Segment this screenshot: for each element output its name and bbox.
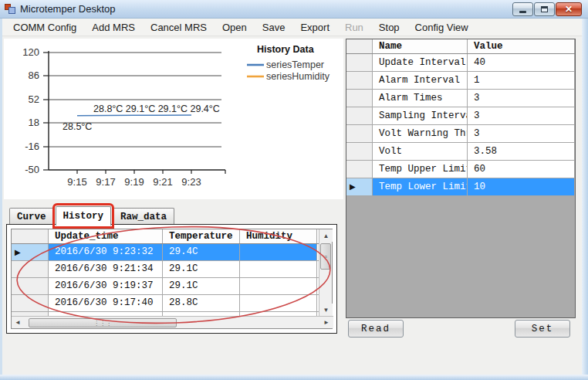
cell-humidity[interactable]	[240, 244, 317, 260]
cell-property-name[interactable]: Temp Upper Limit	[373, 161, 468, 178]
column-header-name[interactable]: Name	[373, 39, 468, 53]
cell-humidity[interactable]	[240, 278, 317, 294]
cell-property-value[interactable]: 60	[468, 161, 575, 178]
column-header-value[interactable]: Value	[468, 39, 575, 53]
y-tick-label: 86	[12, 70, 39, 81]
property-row-temp-lower-limit[interactable]: ▶Temp Lower Limit10	[346, 178, 575, 196]
cell-property-value[interactable]: 10	[468, 178, 575, 195]
read-button[interactable]: Read	[348, 320, 404, 338]
cell-temperature[interactable]: 28.8C	[163, 295, 240, 311]
series-temper-line	[77, 115, 191, 116]
x-tick-label: 9:17	[90, 176, 121, 188]
row-header[interactable]	[346, 107, 373, 124]
horizontal-scrollbar[interactable]: ◄ ⋮⋮⋮ ►	[12, 316, 333, 328]
scroll-up-icon[interactable]: ▲	[319, 229, 333, 242]
set-button[interactable]: Set	[515, 320, 570, 338]
menu-item-stop[interactable]: Stop	[371, 19, 407, 36]
row-header[interactable]	[346, 54, 373, 71]
legend-label-temper: seriesTemper	[266, 59, 324, 70]
row-header[interactable]	[346, 143, 373, 160]
selected-row-arrow-icon: ▶	[350, 183, 356, 191]
cell-property-name[interactable]: Alarm Times	[373, 90, 468, 107]
menu-item-config-view[interactable]: Config View	[407, 19, 476, 36]
tab-raw-data[interactable]: Raw_data	[113, 208, 174, 226]
scroll-down-icon[interactable]: ▼	[319, 304, 333, 316]
vertical-scrollbar[interactable]: ▲ ≡ ▼	[319, 229, 332, 316]
legend-label-humidity: seriesHumidity	[266, 71, 329, 82]
close-button[interactable]: ✕	[556, 2, 582, 16]
tab-history[interactable]: History	[56, 206, 112, 226]
point-label-first: 28.5°C	[63, 121, 92, 132]
close-icon: ✕	[565, 5, 573, 14]
row-header[interactable]	[12, 278, 49, 294]
property-row-volt-warning-thr[interactable]: Volt Warning Thr...3	[346, 125, 575, 143]
cell-property-name[interactable]: Volt	[373, 143, 468, 160]
cell-property-value[interactable]: 1	[468, 72, 575, 89]
cell-property-value[interactable]: 3	[468, 125, 575, 142]
cell-humidity[interactable]	[240, 261, 317, 277]
cell-property-name[interactable]: Alarm Interval	[373, 72, 468, 89]
maximize-icon	[541, 6, 548, 12]
row-header[interactable]	[346, 161, 373, 178]
scroll-left-icon[interactable]: ◄	[12, 317, 24, 328]
column-header-temperature[interactable]: Temperature	[163, 229, 240, 243]
window-border-left	[0, 19, 2, 375]
menu-item-cancel-mrs[interactable]: Cancel MRS	[143, 19, 215, 36]
column-header-update-time[interactable]: Update_time	[49, 229, 163, 243]
cell-temperature[interactable]: 29.1C	[163, 261, 240, 277]
horizontal-scroll-thumb[interactable]: ⋮⋮⋮	[29, 318, 177, 327]
cell-update-time[interactable]: 2016/6/30 9:17:40	[49, 295, 163, 311]
menu-item-add-mrs[interactable]: Add MRS	[84, 19, 143, 36]
property-row-sampling-interval[interactable]: Sampling Interval3	[346, 107, 575, 125]
row-header[interactable]	[346, 125, 373, 142]
grid-corner-cell[interactable]	[12, 229, 49, 243]
window-controls: ✕	[512, 2, 582, 16]
tab-curve[interactable]: Curve	[9, 208, 54, 226]
row-header[interactable]: ▶	[12, 244, 49, 260]
row-header[interactable]: ▶	[346, 178, 373, 195]
table-row[interactable]: ▶2016/6/30 9:23:3229.4C	[12, 244, 319, 261]
property-row-alarm-interval[interactable]: Alarm Interval1	[346, 72, 575, 90]
row-header[interactable]	[12, 295, 49, 311]
column-header-humidity[interactable]: Humidity	[240, 229, 317, 243]
x-tick-label: 9:15	[62, 176, 93, 188]
property-row-volt[interactable]: Volt3.58	[346, 143, 575, 161]
table-row[interactable]: 2016/6/30 9:19:3729.1C	[12, 278, 319, 295]
window-border-right	[582, 19, 588, 375]
cell-humidity[interactable]	[240, 295, 317, 311]
x-tick-label: 9:19	[119, 176, 150, 188]
cell-property-value[interactable]: 3	[468, 90, 575, 107]
cell-update-time[interactable]: 2016/6/30 9:19:37	[49, 278, 163, 294]
cell-property-name[interactable]: Volt Warning Thr...	[373, 125, 468, 142]
maximize-button[interactable]	[534, 2, 555, 16]
legend-title: History Data	[257, 44, 314, 55]
menu-item-save[interactable]: Save	[255, 19, 293, 36]
table-row[interactable]: 2016/6/30 9:21:3429.1C	[12, 261, 319, 278]
menu-item-export[interactable]: Export	[292, 19, 337, 36]
y-tick-label: -50	[12, 164, 39, 175]
row-header[interactable]	[346, 90, 373, 107]
table-row[interactable]: 2016/6/30 9:17:4028.8C	[12, 295, 319, 312]
cell-update-time[interactable]: 2016/6/30 9:23:32	[49, 244, 163, 260]
cell-property-name[interactable]: Temp Lower Limit	[373, 178, 468, 195]
cell-property-name[interactable]: Update Interval	[373, 54, 468, 71]
row-header[interactable]	[346, 72, 373, 89]
cell-temperature[interactable]: 29.4C	[163, 244, 240, 260]
chart-panel: 120865218-16-50 9:159:179:199:219:23 28.…	[4, 39, 343, 199]
property-row-alarm-times[interactable]: Alarm Times3	[346, 90, 575, 107]
cell-property-name[interactable]: Sampling Interval	[373, 107, 468, 124]
cell-temperature[interactable]: 29.1C	[163, 278, 240, 294]
cell-update-time[interactable]: 2016/6/30 9:21:34	[49, 261, 163, 277]
cell-property-value[interactable]: 40	[468, 54, 575, 71]
scroll-right-icon[interactable]: ►	[320, 317, 333, 328]
cell-property-value[interactable]: 3	[468, 107, 575, 124]
menu-item-comm-config[interactable]: COMM Config	[5, 19, 84, 36]
row-header[interactable]	[12, 261, 49, 277]
vertical-scroll-thumb[interactable]: ≡	[320, 243, 331, 270]
minimize-button[interactable]	[512, 2, 533, 16]
menu-item-open[interactable]: Open	[215, 19, 255, 36]
property-row-update-interval[interactable]: Update Interval40	[346, 54, 575, 72]
cell-property-value[interactable]: 3.58	[468, 143, 575, 160]
property-grid-corner-cell[interactable]	[346, 39, 373, 53]
property-row-temp-upper-limit[interactable]: Temp Upper Limit60	[346, 161, 575, 178]
